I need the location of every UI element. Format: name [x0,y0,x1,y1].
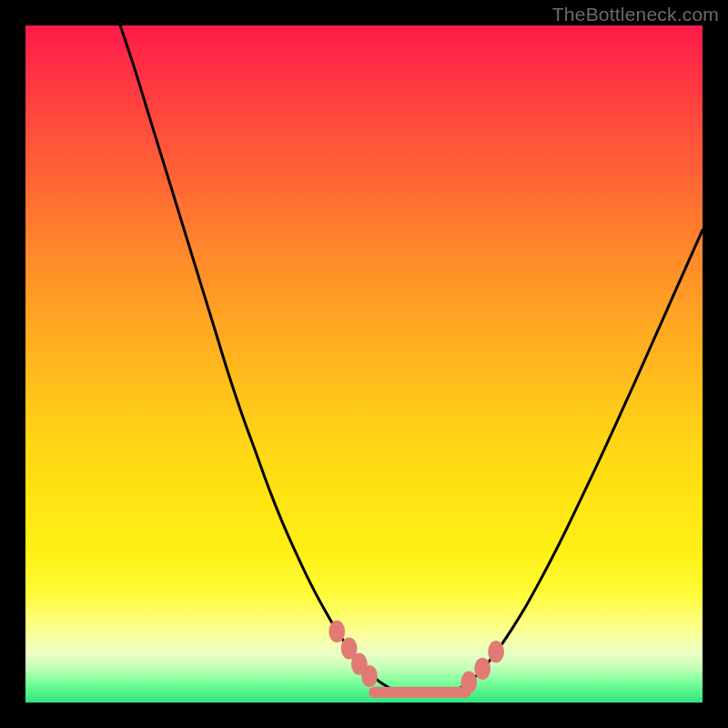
curve-marker [329,621,345,642]
curve-marker [460,672,477,693]
watermark-label: TheBottleneck.com [552,4,719,25]
plot-area [25,25,703,703]
curve-layer [25,25,703,703]
curve-marker [488,641,504,662]
left-curve [120,25,391,689]
chart-frame: TheBottleneck.com [0,0,728,728]
curve-marker [361,665,378,687]
curve-marker [474,658,490,680]
marker-group [329,621,504,693]
right-curve [459,230,703,689]
